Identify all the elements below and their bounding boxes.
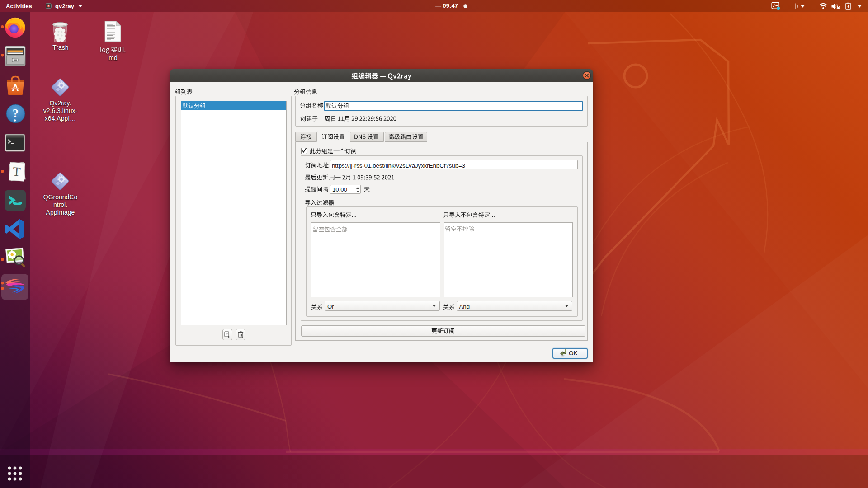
svg-text:T: T bbox=[12, 164, 21, 178]
svg-text:?: ? bbox=[13, 106, 19, 120]
